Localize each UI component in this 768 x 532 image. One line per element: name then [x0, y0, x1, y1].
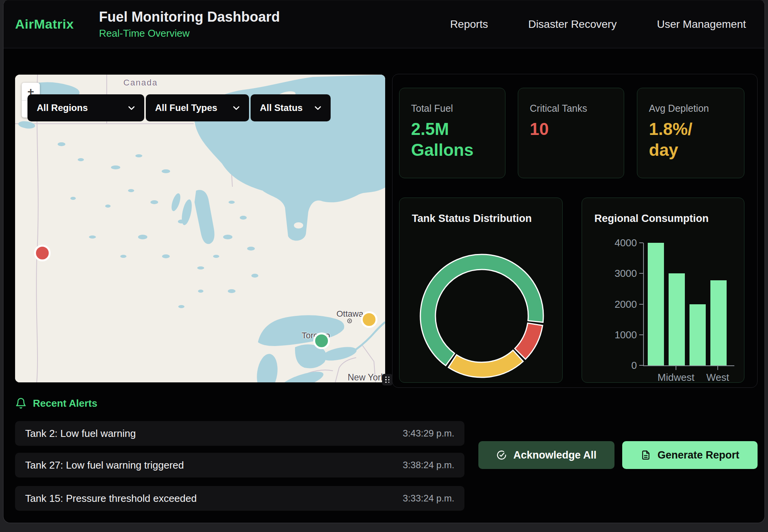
dashboard-frame: AirMatrix Fuel Monitoring Dashboard Real…: [3, 0, 765, 523]
status-filter-select[interactable]: All Status: [251, 94, 331, 121]
alert-timestamp: 3:33:24 p.m.: [403, 493, 454, 504]
tank-marker-green[interactable]: [313, 332, 330, 349]
alert-text: Tank 15: Pressure threshold exceeded: [25, 493, 197, 505]
consumption-bar: [669, 273, 685, 365]
status-filter-value: All Status: [260, 102, 303, 113]
consumption-bar: [648, 243, 664, 365]
chevron-down-icon: [314, 106, 321, 110]
y-axis-tick: [639, 304, 643, 305]
nav-item-reports[interactable]: Reports: [450, 18, 488, 31]
stat-title: Avg Depletion: [649, 103, 744, 114]
region-filter-select[interactable]: All Regions: [27, 94, 144, 121]
consumption-bar: [710, 280, 727, 365]
tank-marker-red[interactable]: [34, 245, 51, 261]
donut-segment-red: [515, 323, 543, 359]
alert-text: Tank 2: Low fuel warning: [25, 428, 136, 440]
generate-report-button[interactable]: Generate Report: [622, 441, 758, 469]
fuel-map[interactable]: Canada Ottawa Toronto New York + − All R…: [15, 75, 385, 382]
x-axis-tick-label: West: [687, 372, 744, 383]
stat-value-critical-tanks: 10: [530, 119, 613, 140]
region-filter-value: All Regions: [37, 102, 88, 113]
y-axis-tick: [639, 273, 643, 274]
chart-title: Regional Consumption: [594, 213, 708, 225]
y-axis-tick-label: 3000: [588, 267, 637, 280]
nav-item-disaster-recovery[interactable]: Disaster Recovery: [528, 18, 617, 31]
brand-logo: AirMatrix: [15, 17, 74, 32]
acknowledge-all-label: Acknowledge All: [513, 449, 596, 461]
page-subtitle: Real-Time Overview: [99, 27, 280, 39]
y-axis-tick-label: 0: [588, 359, 637, 372]
chevron-down-icon: [233, 106, 240, 110]
y-axis-tick: [639, 242, 643, 243]
metrics-panel: Total Fuel 2.5M Gallons Critical Tanks 1…: [392, 74, 758, 388]
generate-report-label: Generate Report: [657, 449, 739, 461]
alert-row[interactable]: Tank 15: Pressure threshold exceeded 3:3…: [15, 486, 464, 511]
stat-value-total-fuel: 2.5M Gallons: [411, 119, 494, 160]
alert-row[interactable]: Tank 2: Low fuel warning 3:43:29 p.m.: [15, 421, 464, 446]
alert-timestamp: 3:38:24 p.m.: [403, 460, 454, 471]
tank-status-donut-chart: [399, 223, 563, 380]
stat-value-avg-depletion: 1.8%/day: [649, 119, 697, 160]
page-title: Fuel Monitoring Dashboard: [99, 9, 280, 25]
tank-status-chart-card: Tank Status Distribution: [399, 198, 563, 383]
town-marker-icon: [347, 318, 352, 325]
alerts-heading: Recent Alerts: [33, 397, 97, 409]
chevron-down-icon: [128, 106, 135, 110]
chart-title: Tank Status Distribution: [412, 213, 532, 225]
map-label-new-york: New York: [348, 372, 385, 382]
stat-card-avg-depletion: Avg Depletion 1.8%/day: [637, 88, 744, 178]
check-circle-icon: [496, 450, 507, 460]
y-axis-tick-label: 4000: [588, 237, 637, 249]
stat-title: Critical Tanks: [530, 103, 624, 114]
consumption-bar: [689, 304, 706, 366]
bell-icon: [15, 397, 27, 409]
stat-card-critical-tanks: Critical Tanks 10: [518, 88, 624, 178]
map-resize-handle[interactable]: [382, 374, 393, 385]
document-icon: [640, 450, 651, 460]
acknowledge-all-button[interactable]: Acknowledge All: [478, 441, 614, 469]
stat-title: Total Fuel: [411, 103, 505, 114]
y-axis-tick: [639, 334, 643, 335]
app-header: AirMatrix Fuel Monitoring Dashboard Real…: [3, 0, 765, 48]
stat-card-total-fuel: Total Fuel 2.5M Gallons: [399, 88, 505, 178]
map-label-canada: Canada: [123, 78, 158, 88]
regional-consumption-bar-chart: [643, 243, 734, 366]
x-axis-tick: [676, 366, 676, 370]
alerts-header: Recent Alerts: [15, 396, 97, 410]
regional-consumption-chart-card: Regional Consumption 01000200030004000Mi…: [582, 198, 744, 383]
y-axis-tick-label: 1000: [588, 329, 637, 341]
y-axis-tick: [639, 365, 643, 366]
title-block: Fuel Monitoring Dashboard Real-Time Over…: [99, 9, 280, 39]
map-filters: All Regions All Fuel Types All Status: [27, 94, 331, 121]
map-label-ottawa: Ottawa: [336, 309, 364, 319]
fuel-type-filter-value: All Fuel Types: [155, 102, 217, 113]
fuel-type-filter-select[interactable]: All Fuel Types: [146, 94, 249, 121]
x-axis-tick: [717, 366, 718, 370]
y-axis-tick-label: 2000: [588, 298, 637, 310]
alert-row[interactable]: Tank 27: Low fuel warning triggered 3:38…: [15, 453, 464, 477]
alert-text: Tank 27: Low fuel warning triggered: [25, 459, 184, 471]
alert-timestamp: 3:43:29 p.m.: [403, 428, 454, 439]
main-nav: Reports Disaster Recovery User Managemen…: [450, 18, 746, 31]
tank-marker-amber[interactable]: [361, 311, 377, 328]
nav-item-user-management[interactable]: User Management: [657, 18, 746, 31]
donut-segment-amber: [448, 350, 523, 377]
